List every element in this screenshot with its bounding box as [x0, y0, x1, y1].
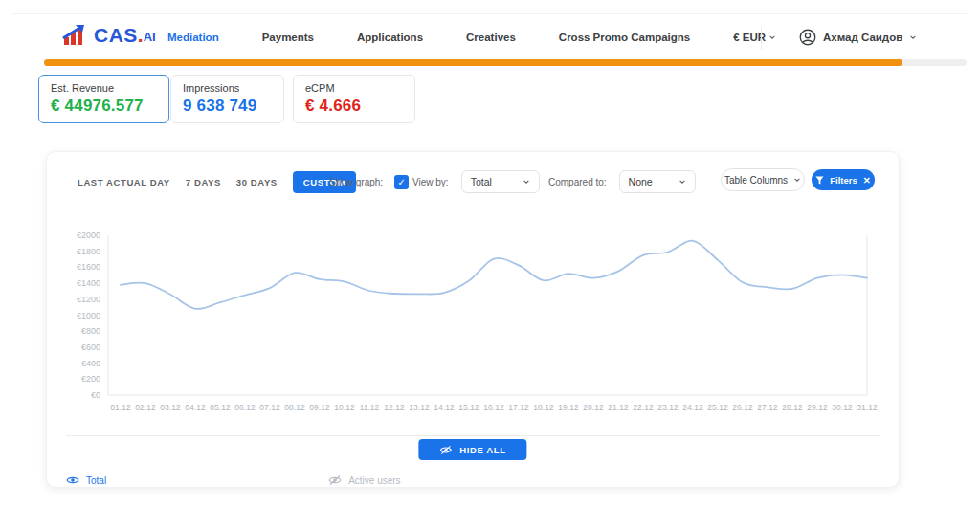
- y-axis-tick: €1800: [77, 247, 100, 256]
- compared-to-control: Compared to: None: [548, 167, 696, 196]
- x-axis-tick: 17.12: [508, 403, 529, 412]
- legend-item-total[interactable]: Total: [66, 474, 106, 486]
- y-axis-tick: €1600: [77, 262, 100, 272]
- legend-label: Total: [86, 475, 106, 486]
- x-axis-tick: 22.12: [633, 403, 654, 412]
- nav-item-cross-promo-campaigns[interactable]: Cross Promo Campaigns: [559, 32, 690, 43]
- logo-suffix: AI: [144, 30, 156, 45]
- analytics-panel: LAST ACTUAL DAY7 DAYS30 DAYSCUSTOM Show …: [46, 151, 900, 488]
- nav-item-payments[interactable]: Payments: [262, 32, 314, 43]
- range-button-30-days[interactable]: 30 DAYS: [236, 177, 278, 187]
- x-axis-tick: 15.12: [458, 403, 479, 412]
- table-columns-button[interactable]: Table Columns: [721, 168, 805, 191]
- chart-canvas: €0€200€400€600€800€1000€1200€1400€1600€1…: [47, 217, 901, 428]
- compared-to-label: Compared to:: [548, 177, 607, 187]
- x-axis-tick: 06.12: [234, 403, 256, 412]
- x-axis-tick: 26.12: [732, 403, 753, 412]
- compared-to-value: None: [629, 176, 653, 187]
- x-axis-tick: 12.12: [384, 403, 405, 412]
- kpi-label: Impressions: [183, 82, 272, 94]
- user-account-menu[interactable]: Ахмад Саидов: [799, 14, 917, 60]
- x-axis-tick: 01.12: [110, 403, 131, 412]
- total-series-line: [121, 241, 867, 309]
- y-axis-tick: €1200: [77, 295, 100, 304]
- eye-off-icon: [439, 445, 452, 455]
- x-axis-tick: 11.12: [360, 403, 380, 412]
- y-axis-tick: €800: [81, 326, 100, 336]
- legend-item-active-users[interactable]: Active users: [328, 474, 400, 486]
- x-axis-tick: 13.12: [409, 403, 430, 412]
- kpi-label: Est. Revenue: [51, 82, 157, 94]
- y-axis-tick: €200: [81, 374, 100, 384]
- nav-item-mediation[interactable]: Mediation: [167, 32, 219, 43]
- range-button-7-days[interactable]: 7 DAYS: [186, 177, 221, 187]
- series-legend: TotalActive users: [66, 474, 880, 486]
- x-axis-tick: 21.12: [608, 403, 629, 412]
- loading-progress-bar: [44, 59, 902, 66]
- x-axis-tick: 04.12: [185, 403, 206, 412]
- x-axis-tick: 02.12: [135, 403, 156, 412]
- x-axis-tick: 05.12: [210, 403, 231, 412]
- x-axis-tick: 30.12: [832, 403, 853, 412]
- x-axis-tick: 19.12: [558, 403, 579, 412]
- x-axis-tick: 09.12: [309, 403, 330, 412]
- chevron-down-icon: [523, 178, 530, 186]
- kpi-label: eCPM: [305, 82, 403, 94]
- y-axis-tick: €2000: [77, 231, 100, 240]
- chevron-down-icon: [793, 176, 801, 184]
- header-divider: [761, 27, 762, 50]
- hide-all-button[interactable]: HIDE ALL: [418, 439, 526, 460]
- nav-item-creatives[interactable]: Creatives: [466, 32, 516, 43]
- date-range-group: LAST ACTUAL DAY7 DAYS30 DAYSCUSTOM: [78, 167, 356, 196]
- main-nav: MediationPaymentsApplicationsCreativesCr…: [167, 14, 776, 60]
- kpi-card-est-revenue[interactable]: Est. Revenue€ 44976.577: [38, 75, 169, 123]
- compared-to-select[interactable]: None: [619, 170, 696, 193]
- user-avatar-icon: [799, 29, 816, 46]
- x-axis-tick: 07.12: [259, 403, 280, 412]
- show-graph-control: Show graph: ✓: [329, 167, 409, 196]
- view-by-label: View by:: [412, 177, 449, 187]
- nav-item-applications[interactable]: Applications: [357, 32, 423, 43]
- kpi-value: € 4.666: [305, 97, 403, 116]
- filter-funnel-icon: [815, 176, 824, 185]
- eye-icon: [66, 474, 79, 486]
- x-axis-tick: 23.12: [657, 403, 679, 412]
- hide-all-label: HIDE ALL: [459, 445, 505, 455]
- filters-label: Filters: [830, 175, 858, 186]
- view-by-select[interactable]: Total: [461, 170, 540, 193]
- x-axis-tick: 31.12: [857, 403, 878, 412]
- y-axis-tick: €600: [81, 342, 100, 352]
- x-axis-tick: 27.12: [757, 403, 778, 412]
- currency-selector[interactable]: € EUR: [733, 32, 776, 43]
- show-graph-checkbox[interactable]: ✓: [394, 175, 409, 189]
- y-axis-tick: €400: [81, 359, 100, 368]
- kpi-value: € 44976.577: [51, 97, 157, 116]
- legend-label: Active users: [348, 475, 400, 486]
- view-by-control: View by: Total: [412, 167, 540, 196]
- x-axis-tick: 10.12: [334, 403, 355, 412]
- x-axis-tick: 03.12: [160, 403, 181, 412]
- kpi-card-ecpm[interactable]: eCPM€ 4.666: [293, 75, 415, 123]
- y-axis-tick: €1000: [77, 311, 100, 320]
- panel-divider: [66, 435, 880, 436]
- y-axis-tick: €1400: [77, 278, 100, 288]
- chevron-down-icon: [909, 33, 917, 41]
- kpi-value: 9 638 749: [183, 97, 272, 116]
- filters-button[interactable]: Filters ✕: [812, 169, 875, 190]
- show-graph-label: Show graph:: [329, 177, 383, 187]
- range-button-last-actual-day[interactable]: LAST ACTUAL DAY: [78, 177, 170, 187]
- top-navigation-bar: CAS.AI MediationPaymentsApplicationsCrea…: [12, 13, 967, 59]
- x-axis-tick: 08.12: [284, 403, 305, 412]
- filters-clear-icon[interactable]: ✕: [863, 175, 871, 186]
- table-columns-label: Table Columns: [724, 175, 788, 186]
- loading-progress-track: [44, 59, 967, 66]
- kpi-card-impressions[interactable]: Impressions9 638 749: [170, 75, 284, 123]
- cas-ai-logo[interactable]: CAS.AI: [62, 24, 156, 45]
- logo-text: CAS: [94, 25, 138, 45]
- x-axis-tick: 25.12: [707, 403, 728, 412]
- logo-chart-icon: [62, 24, 91, 45]
- chevron-down-icon: [768, 33, 776, 41]
- view-by-value: Total: [471, 176, 492, 187]
- x-axis-tick: 24.12: [682, 403, 703, 412]
- x-axis-tick: 18.12: [533, 403, 554, 412]
